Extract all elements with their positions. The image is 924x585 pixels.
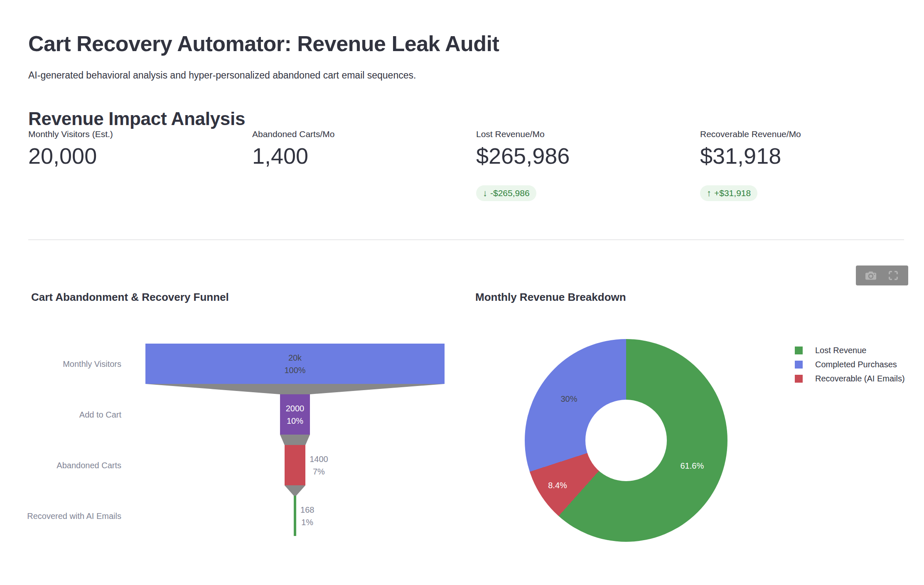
legend-item-lost-revenue[interactable]: Lost Revenue	[795, 343, 905, 357]
legend-swatch	[795, 361, 803, 369]
pie-legend: Lost RevenueCompleted PurchasesRecoverab…	[795, 343, 905, 386]
pie-slice-label-lost-revenue: 61.6%	[680, 461, 704, 470]
pie-plot: 61.6%8.4%30%	[0, 0, 924, 585]
legend-label: Completed Purchases	[815, 360, 897, 369]
pie-slice-label-completed-purchases: 30%	[560, 394, 577, 404]
legend-item-recoverable-ai-emails[interactable]: Recoverable (AI Emails)	[795, 371, 905, 386]
legend-item-completed-purchases[interactable]: Completed Purchases	[795, 357, 905, 371]
legend-label: Recoverable (AI Emails)	[815, 374, 905, 383]
legend-label: Lost Revenue	[815, 346, 866, 355]
pie-slice-label-recoverable-ai-emails: 8.4%	[548, 480, 567, 490]
donut-hole	[585, 400, 666, 481]
legend-swatch	[795, 375, 803, 383]
app-page: Cart Recovery Automator: Revenue Leak Au…	[0, 0, 924, 585]
legend-swatch	[795, 347, 803, 354]
